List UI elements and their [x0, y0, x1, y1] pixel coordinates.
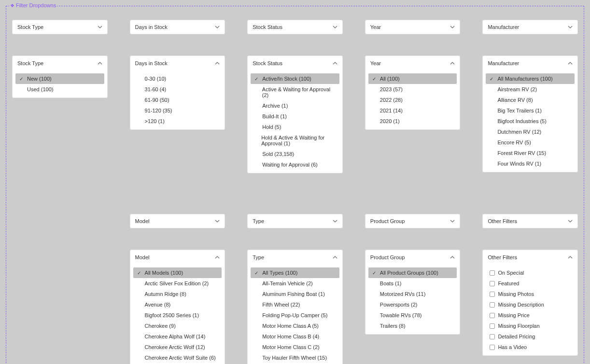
option-motor-home-c[interactable]: ✓Motor Home Class C (2) [251, 342, 339, 352]
checkbox-icon[interactable] [490, 334, 495, 339]
option-61-90[interactable]: ✓61-90 (50) [133, 95, 222, 105]
dropdown-label: Product Group [370, 254, 405, 260]
dropdown-header[interactable]: Type [248, 250, 342, 265]
option-31-60[interactable]: ✓31-60 (4) [133, 84, 222, 95]
option-arctic-silver-fox[interactable]: ✓Arctic Silver Fox Edition (2) [133, 278, 222, 289]
option-detailed-pricing[interactable]: Detailed Pricing [486, 331, 575, 342]
year-dropdown-closed[interactable]: Year [365, 20, 461, 34]
option-all-types[interactable]: ✓All Types (100) [251, 267, 339, 278]
option-motorized-rvs[interactable]: ✓Motorized RVs (11) [368, 289, 457, 299]
option-motor-home-b[interactable]: ✓Motor Home Class B (4) [251, 331, 339, 342]
option-fifth-wheel[interactable]: ✓Fifth Wheel (22) [251, 299, 339, 310]
option-cherokee-alpha-wolf[interactable]: ✓Cherokee Alpha Wolf (14) [133, 331, 222, 342]
type-dropdown-closed[interactable]: Type [247, 214, 343, 228]
option-label: Encore RV (5) [497, 140, 531, 145]
option-hold-active-waiting[interactable]: ✓Hold & Active & Waiting for Approval (1… [251, 132, 339, 149]
chevron-down-icon [215, 25, 220, 29]
option-autumn-ridge[interactable]: ✓Autumn Ridge (8) [133, 289, 222, 299]
days-in-stock-dropdown-closed[interactable]: Days in Stock [130, 20, 225, 34]
option-year-2023[interactable]: ✓2023 (57) [368, 84, 457, 95]
chevron-up-icon [568, 61, 573, 66]
option-forest-river[interactable]: ✓Forest River RV (15) [486, 148, 575, 158]
option-dutchmen[interactable]: ✓Dutchmen RV (12) [486, 126, 575, 137]
option-waiting-approval[interactable]: ✓Waiting for Approval (6) [251, 159, 339, 170]
option-boats[interactable]: ✓Boats (1) [368, 278, 457, 289]
option-encore[interactable]: ✓Encore RV (5) [486, 137, 575, 148]
option-airstream[interactable]: ✓Airstream RV (2) [486, 84, 575, 95]
option-label: Forest River RV (15) [497, 150, 546, 156]
option-new[interactable]: ✓New (100) [15, 73, 104, 84]
option-label: Motor Home Class C (2) [262, 344, 320, 350]
checkbox-icon[interactable] [490, 281, 495, 286]
option-year-2020[interactable]: ✓2020 (1) [368, 116, 457, 126]
option-avenue[interactable]: ✓Avenue (8) [133, 299, 222, 310]
option-hold[interactable]: ✓Hold (5) [251, 122, 339, 132]
option-year-2022[interactable]: ✓2022 (28) [368, 95, 457, 105]
option-all-manufacturers[interactable]: ✓All Manufacturers (100) [486, 73, 575, 84]
option-folding-popup-camper[interactable]: ✓Folding Pop-Up Camper (5) [251, 310, 339, 321]
option-sold[interactable]: ✓Sold (23,158) [251, 149, 339, 159]
option-list[interactable]: On Special Featured Missing Photos Missi… [483, 265, 577, 355]
option-cherokee[interactable]: ✓Cherokee (9) [133, 321, 222, 331]
checkbox-icon[interactable] [490, 323, 495, 329]
option-toy-hauler-fifth-wheel[interactable]: ✓Toy Hauler Fifth Wheel (15) [251, 352, 339, 363]
stock-status-dropdown-closed[interactable]: Stock Status [247, 20, 343, 34]
option-used[interactable]: ✓Used (100) [15, 84, 104, 95]
option-missing-photos[interactable]: Missing Photos [486, 289, 575, 299]
option-list[interactable]: ✓All Types (100) ✓All-Terrain Vehicle (2… [248, 265, 342, 364]
option-0-30[interactable]: ✓0-30 (10) [133, 73, 222, 84]
option-active-waiting[interactable]: ✓Active & Waiting for Approval (2) [251, 84, 339, 100]
dropdown-header[interactable]: Stock Status [248, 56, 342, 70]
dropdown-header[interactable]: Model [130, 250, 225, 265]
stock-type-dropdown-closed[interactable]: Stock Type [12, 20, 108, 34]
model-dropdown-closed[interactable]: Model [130, 214, 225, 228]
option-four-winds[interactable]: ✓Four Winds RV (1) [486, 158, 575, 169]
option-list[interactable]: ✓All Models (100) ✓Arctic Silver Fox Edi… [130, 265, 225, 364]
checkbox-icon[interactable] [490, 302, 495, 308]
option-towable-rvs[interactable]: ✓Towable RVs (78) [368, 310, 457, 321]
option-featured[interactable]: Featured [486, 278, 575, 289]
option-powersports[interactable]: ✓Powersports (2) [368, 299, 457, 310]
option-year-all[interactable]: ✓All (100) [368, 73, 457, 84]
option-alliance[interactable]: ✓Alliance RV (8) [486, 95, 575, 105]
option-missing-price[interactable]: Missing Price [486, 310, 575, 321]
option-120plus[interactable]: ✓>120 (1) [133, 116, 222, 126]
option-bigfoot[interactable]: ✓Bigfoot Industries (5) [486, 116, 575, 126]
dropdown-header[interactable]: Stock Type [13, 56, 107, 70]
dropdown-header[interactable]: Other Filters [483, 250, 577, 265]
manufacturer-dropdown-closed[interactable]: Manufacturer [482, 20, 578, 34]
option-all-models[interactable]: ✓All Models (100) [133, 267, 222, 278]
option-motor-home-a[interactable]: ✓Motor Home Class A (5) [251, 321, 339, 331]
option-list[interactable]: ✓All Manufacturers (100) ✓Airstream RV (… [483, 70, 577, 172]
checkbox-icon[interactable] [490, 345, 495, 350]
checkbox-icon[interactable] [490, 270, 495, 276]
dropdown-header[interactable]: Product Group [365, 250, 460, 265]
option-year-2021[interactable]: ✓2021 (14) [368, 105, 457, 116]
option-cherokee-arctic-wolf-suite[interactable]: ✓Cherokee Arctic Wolf Suite (6) [133, 352, 222, 363]
option-trailers[interactable]: ✓Trailers (8) [368, 321, 457, 331]
option-missing-description[interactable]: Missing Description [486, 299, 575, 310]
option-big-tex[interactable]: ✓Big Tex Trailers (1) [486, 105, 575, 116]
dropdown-header[interactable]: Manufacturer [483, 56, 577, 70]
option-has-video[interactable]: Has a Video [486, 342, 575, 352]
checkbox-icon[interactable] [490, 292, 495, 297]
option-atv[interactable]: ✓All-Terrain Vehicle (2) [251, 278, 339, 289]
dropdown-header[interactable]: Days in Stock [130, 56, 225, 70]
option-all-product-groups[interactable]: ✓All Product Groups (100) [368, 267, 457, 278]
option-active-in-stock[interactable]: ✓Active/In Stock (100) [251, 73, 339, 84]
option-missing-floorplan[interactable]: Missing Floorplan [486, 321, 575, 331]
chevron-up-icon [333, 61, 337, 66]
option-91-120[interactable]: ✓91-120 (35) [133, 105, 222, 116]
option-cherokee-arctic-wolf[interactable]: ✓Cherokee Arctic Wolf (12) [133, 342, 222, 352]
option-archive[interactable]: ✓Archive (1) [251, 100, 339, 111]
option-on-special[interactable]: On Special [486, 267, 575, 278]
option-bigfoot-2500[interactable]: ✓Bigfoot 2500 Series (1) [133, 310, 222, 321]
option-build-it[interactable]: ✓Build-It (1) [251, 111, 339, 122]
option-label: Archive (1) [262, 103, 288, 109]
other-filters-dropdown-closed[interactable]: Other Filters [482, 214, 578, 228]
checkbox-icon[interactable] [490, 313, 495, 318]
option-aluminum-fishing-boat[interactable]: ✓Aluminum Fishing Boat (1) [251, 289, 339, 299]
product-group-dropdown-closed[interactable]: Product Group [365, 214, 461, 228]
dropdown-label: Year [370, 60, 381, 66]
dropdown-header[interactable]: Year [365, 56, 460, 70]
